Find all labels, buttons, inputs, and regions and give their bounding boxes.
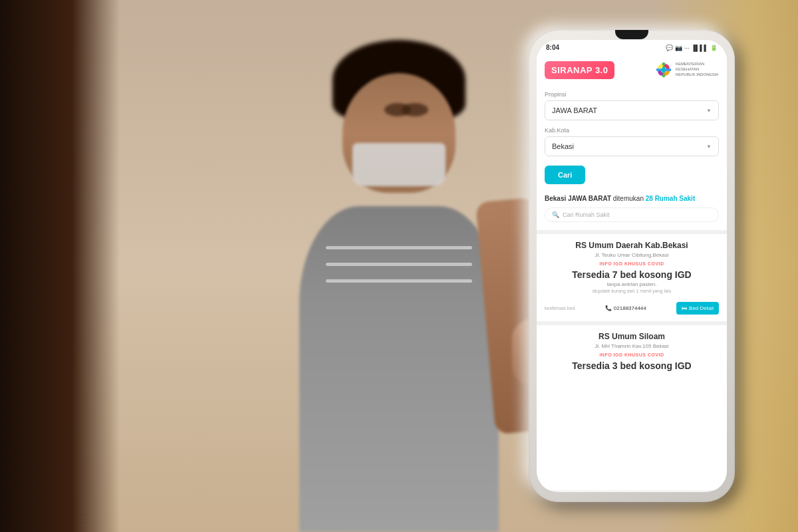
hospital-card-1: RS Umum Daerah Kab.Bekasi Jl. Teuku Umar… <box>537 230 727 321</box>
phone-notch <box>615 30 648 39</box>
province-select[interactable]: JAWA BARAT ▼ <box>545 100 719 120</box>
hospital-1-phone: 📞 02188374444 <box>605 305 646 311</box>
phone-frame: 8:04 💬 📷 ··· ▐▌▌▌ 🔋 SIRANAP 3.0 <box>529 30 735 502</box>
app-logo: SIRANAP 3.0 <box>545 61 614 79</box>
city-arrow-icon: ▼ <box>706 144 712 150</box>
hospital-1-name: RS Umum Daerah Kab.Bekasi <box>545 241 719 250</box>
app-content: SIRANAP 3.0 <box>537 54 727 490</box>
result-summary: Bekasi JAWA BARAT ditemukan 28 Rumah Sak… <box>545 195 719 202</box>
hospital-1-confirm-label: konfirmasi bed <box>545 306 575 311</box>
phone-screen: 8:04 💬 📷 ··· ▐▌▌▌ 🔋 SIRANAP 3.0 <box>537 40 727 492</box>
camera-icon: 📷 <box>675 45 682 51</box>
result-found-text: ditemukan <box>613 195 646 202</box>
hospital-search-placeholder: Cari Rumah Sakit <box>563 211 610 218</box>
form-section: Propinsi JAWA BARAT ▼ Kab.Kota Bekasi ▼ … <box>537 86 727 190</box>
phone-icon: 📞 <box>605 305 612 311</box>
phone-device: 8:04 💬 📷 ··· ▐▌▌▌ 🔋 SIRANAP 3.0 <box>529 30 735 502</box>
hospital-2-covid-badge: INFO IGD KHUSUS COVID <box>545 352 719 357</box>
hospital-1-bed-sub: tanpa antrian pasien. <box>545 281 719 287</box>
city-select[interactable]: Bekasi ▼ <box>545 136 719 156</box>
province-arrow-icon: ▼ <box>706 108 712 114</box>
app-header: SIRANAP 3.0 <box>537 54 727 86</box>
hospital-2-address: Jl. MH Thamrin Kav.105 Bekasi <box>545 343 719 349</box>
search-icon: 🔍 <box>552 211 559 218</box>
results-section: Bekasi JAWA BARAT ditemukan 28 Rumah Sak… <box>537 190 727 227</box>
province-value: JAWA BARAT <box>552 106 597 114</box>
bed-detail-label: Bed Detail <box>689 305 714 311</box>
ministry-logo: KEMENTERIAN KESEHATAN REPUBLIK INDONESIA <box>654 61 719 79</box>
hospital-search-box[interactable]: 🔍 Cari Rumah Sakit <box>545 207 719 222</box>
bed-icon: 🛏 <box>682 305 687 311</box>
hospital-1-bed-info: Tersedia 7 bed kosong IGD <box>545 269 719 280</box>
status-bar: 8:04 💬 📷 ··· ▐▌▌▌ 🔋 <box>537 40 727 54</box>
status-icons: 💬 📷 ··· ▐▌▌▌ 🔋 <box>666 45 718 51</box>
result-location: Bekasi JAWA BARAT <box>545 195 611 202</box>
message-icon: 💬 <box>666 45 673 51</box>
signal-icon: ▐▌▌▌ <box>691 45 708 51</box>
result-count: 28 Rumah Sakit <box>646 195 695 202</box>
hospital-card-2: RS Umum Siloam Jl. MH Thamrin Kav.105 Be… <box>537 325 727 379</box>
svg-point-9 <box>662 68 666 72</box>
hospital-1-phone-number: 02188374444 <box>614 305 646 311</box>
scene: 8:04 💬 📷 ··· ▐▌▌▌ 🔋 SIRANAP 3.0 <box>0 0 798 532</box>
hospital-1-address: Jl. Teuku Umar Cibitung,Bekasi <box>545 252 719 258</box>
hospital-1-covid-badge: INFO IGD KHUSUS COVID <box>545 261 719 266</box>
search-button[interactable]: Cari <box>545 166 585 184</box>
flower-icon <box>654 61 673 79</box>
background-left-dark <box>0 0 120 532</box>
hospital-2-bed-info: Tersedia 3 bed kosong IGD <box>545 360 719 371</box>
more-icon: ··· <box>684 45 690 51</box>
city-label: Kab.Kota <box>545 127 719 134</box>
hospital-1-update-info: diupdate kurang dari 1 menit yang lalu <box>545 289 719 293</box>
battery-icon: 🔋 <box>710 45 718 51</box>
hospital-1-bed-detail-button[interactable]: 🛏 Bed Detail <box>676 302 719 315</box>
hospital-1-confirm-row: konfirmasi bed 📞 02188374444 🛏 Bed Detai… <box>545 299 719 315</box>
hospital-2-name: RS Umum Siloam <box>545 332 719 341</box>
status-time: 8:04 <box>546 44 559 51</box>
ministry-text: KEMENTERIAN KESEHATAN REPUBLIK INDONESIA <box>676 62 719 77</box>
city-value: Bekasi <box>552 142 574 150</box>
province-label: Propinsi <box>545 91 719 98</box>
